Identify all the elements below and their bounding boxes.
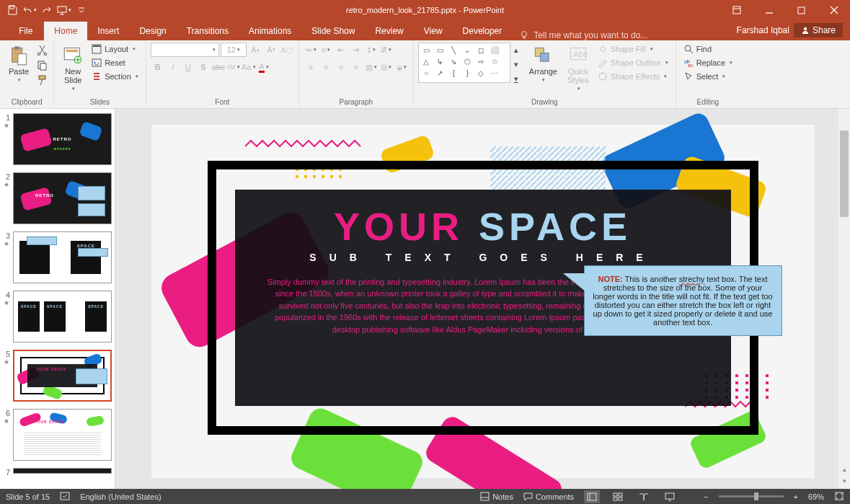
align-left-icon[interactable]: ≡ [304, 60, 318, 74]
zoom-level[interactable]: 69% [808, 492, 824, 501]
gallery-scroll-down-icon[interactable]: ▾ [509, 57, 523, 71]
dec-indent-icon[interactable]: ⇤ [334, 43, 348, 57]
tab-insert[interactable]: Insert [87, 22, 129, 40]
note-callout[interactable]: NOTE: This is another strechy text box. … [584, 265, 782, 336]
smartart-icon[interactable]: ⬙▾ [394, 60, 409, 74]
slide-thumbnail[interactable]: 4★ SPACE SPACE SPACE [3, 291, 112, 342]
shape-outline-button[interactable]: Shape Outline▾ [595, 56, 671, 69]
copy-icon[interactable] [35, 58, 49, 72]
arrange-button[interactable]: Arrange▾ [525, 43, 562, 86]
gallery-more-icon[interactable]: ▾ [509, 71, 523, 86]
slide-thumbnail[interactable]: 1★ RETRO MODERN [3, 113, 112, 165]
slide-thumbnails-panel[interactable]: 1★ RETRO MODERN 2★ RETRO [0, 109, 115, 489]
justify-icon[interactable]: ≡ [349, 60, 363, 74]
grow-font-icon[interactable]: A▴ [248, 43, 262, 57]
tab-home[interactable]: Home [44, 22, 87, 40]
slide-subtitle[interactable]: SUB TEXT GOES HERE [264, 252, 702, 263]
zoom-out-icon[interactable]: − [704, 492, 708, 501]
select-button[interactable]: Select▾ [681, 70, 735, 83]
save-icon[interactable] [4, 2, 20, 18]
slide-canvas-area[interactable]: YOUR SPACE SUB TEXT GOES HERE Simply dum… [115, 109, 850, 489]
reading-view-icon[interactable] [636, 490, 652, 503]
close-icon[interactable] [818, 0, 850, 20]
comments-button[interactable]: Comments [523, 492, 574, 501]
find-button[interactable]: Find [681, 43, 735, 56]
shape-effects-button[interactable]: Shape Effects▾ [595, 70, 671, 83]
notes-button[interactable]: Notes [480, 492, 513, 501]
align-center-icon[interactable]: ≡ [319, 60, 333, 74]
undo-icon[interactable]: ▾ [22, 2, 37, 18]
slide-thumbnail[interactable]: 2★ RETRO [3, 172, 112, 224]
bullets-icon[interactable]: ≔▾ [304, 43, 318, 57]
zoom-slider[interactable] [719, 495, 784, 498]
share-button[interactable]: Share [794, 23, 843, 37]
redo-icon[interactable] [39, 2, 55, 18]
scrollbar-thumb[interactable] [840, 131, 849, 217]
font-size-combo[interactable]: 12▾ [221, 43, 247, 57]
reset-button[interactable]: Reset [89, 56, 141, 69]
clear-formatting-icon[interactable]: A◌ [280, 43, 294, 57]
sorter-view-icon[interactable] [610, 490, 626, 503]
numbering-icon[interactable]: ≡▾ [319, 43, 333, 57]
align-right-icon[interactable]: ≡ [334, 60, 348, 74]
minimize-icon[interactable] [753, 0, 785, 20]
layout-button[interactable]: Layout▾ [89, 43, 141, 56]
slide-thumbnail[interactable]: 6★ YOUR SPACE [3, 409, 112, 461]
underline-icon[interactable]: U [181, 60, 195, 74]
next-slide-icon[interactable]: ▾ [838, 477, 850, 485]
italic-icon[interactable]: I [166, 60, 180, 74]
section-button[interactable]: Section▾ [89, 70, 141, 83]
tab-file[interactable]: File [7, 22, 44, 40]
slide-thumbnail[interactable]: 3★ SPACE [3, 231, 112, 283]
shapes-gallery[interactable]: ▭ ▭╲⌄◻⬜ △↳⇘⬠⇨☆ ○↗{}◇⋯ [418, 43, 510, 83]
gallery-scroll-up-icon[interactable]: ▴ [509, 43, 523, 57]
change-case-icon[interactable]: Aa▾ [242, 60, 256, 74]
tab-review[interactable]: Review [365, 22, 413, 40]
tell-me-search[interactable]: Tell me what you want to do... [519, 30, 647, 40]
slideshow-view-icon[interactable] [662, 490, 678, 503]
tab-transitions[interactable]: Transitions [177, 22, 239, 40]
slide[interactable]: YOUR SPACE SUB TEXT GOES HERE Simply dum… [151, 125, 815, 478]
zoom-in-icon[interactable]: + [794, 492, 798, 501]
shrink-font-icon[interactable]: A▾ [264, 43, 278, 57]
inc-indent-icon[interactable]: ⇥ [349, 43, 363, 57]
align-text-icon[interactable]: ⊟▾ [379, 60, 394, 74]
replace-button[interactable]: abacReplace▾ [681, 56, 735, 69]
columns-icon[interactable]: ▥▾ [364, 60, 378, 74]
tab-design[interactable]: Design [129, 22, 176, 40]
language-status[interactable]: English (United States) [80, 492, 161, 501]
ribbon-display-icon[interactable] [720, 0, 753, 20]
quick-styles-button[interactable]: Abc Quick Styles▾ [563, 43, 593, 94]
shape-fill-button[interactable]: Shape Fill▾ [595, 43, 671, 56]
cut-icon[interactable] [35, 43, 49, 57]
spellcheck-icon[interactable] [60, 491, 70, 503]
prev-slide-icon[interactable]: ▴ [838, 466, 850, 473]
strike-icon[interactable]: abc [211, 60, 226, 74]
cursor-icon [683, 71, 694, 81]
font-family-combo[interactable]: ▾ [151, 43, 219, 57]
new-slide-button[interactable]: New Slide▾ [58, 43, 87, 94]
qat-customize-icon[interactable] [74, 2, 89, 18]
slide-thumbnail[interactable]: 7 [3, 468, 112, 477]
tab-animations[interactable]: Animations [239, 22, 301, 40]
format-painter-icon[interactable] [35, 73, 49, 87]
slide-title[interactable]: YOUR SPACE [264, 204, 702, 249]
user-name[interactable]: Farshad Iqbal [737, 25, 789, 35]
tab-slideshow[interactable]: Slide Show [301, 22, 365, 40]
fit-window-icon[interactable] [834, 491, 844, 503]
line-spacing-icon[interactable]: ‡▾ [364, 43, 378, 57]
start-from-beginning-icon[interactable]: ▾ [56, 2, 72, 18]
text-direction-icon[interactable]: ⇵▾ [379, 43, 394, 57]
maximize-icon[interactable] [785, 0, 818, 20]
slide-thumbnail[interactable]: 5★ YOUR SPACE [3, 350, 112, 402]
normal-view-icon[interactable] [584, 490, 600, 503]
tab-developer[interactable]: Developer [453, 22, 513, 40]
paste-button[interactable]: Paste▾ [4, 43, 33, 86]
textbox-shape-icon[interactable]: ▭ [420, 45, 433, 55]
vertical-scrollbar[interactable]: ▴ ▾ [838, 109, 850, 489]
tab-view[interactable]: View [414, 22, 453, 40]
char-spacing-icon[interactable]: AV▾ [226, 60, 241, 74]
shadow-icon[interactable]: S [196, 60, 211, 74]
bold-icon[interactable]: B [151, 60, 165, 74]
font-color-icon[interactable]: A▾ [257, 60, 271, 74]
